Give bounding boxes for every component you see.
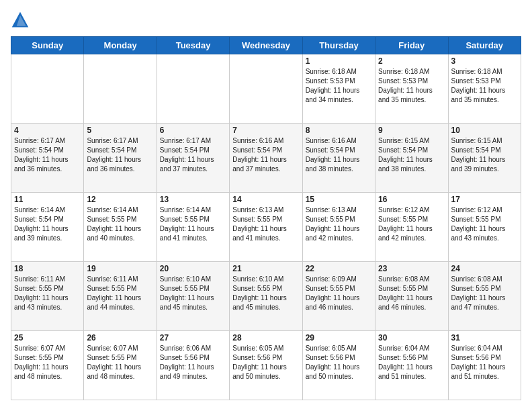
day-info: Sunrise: 6:18 AM Sunset: 5:53 PM Dayligh… bbox=[306, 67, 372, 105]
calendar-day-cell: 6Sunrise: 6:17 AM Sunset: 5:54 PM Daylig… bbox=[157, 124, 229, 193]
calendar-day-header: Sunday bbox=[11, 37, 84, 54]
day-number: 15 bbox=[306, 195, 372, 204]
day-number: 26 bbox=[87, 333, 153, 342]
calendar-day-header: Saturday bbox=[448, 37, 521, 54]
calendar-day-cell: 11Sunrise: 6:14 AM Sunset: 5:54 PM Dayli… bbox=[11, 193, 84, 262]
day-number: 16 bbox=[378, 195, 445, 204]
calendar-day-cell: 24Sunrise: 6:08 AM Sunset: 5:55 PM Dayli… bbox=[448, 262, 521, 331]
calendar-day-cell: 20Sunrise: 6:10 AM Sunset: 5:55 PM Dayli… bbox=[157, 262, 229, 331]
day-number: 7 bbox=[232, 126, 299, 135]
calendar-day-cell: 25Sunrise: 6:07 AM Sunset: 5:55 PM Dayli… bbox=[11, 331, 84, 400]
logo-icon bbox=[11, 11, 30, 30]
calendar-day-header: Wednesday bbox=[230, 37, 302, 54]
calendar-day-cell: 30Sunrise: 6:04 AM Sunset: 5:56 PM Dayli… bbox=[375, 331, 448, 400]
day-info: Sunrise: 6:05 AM Sunset: 5:56 PM Dayligh… bbox=[232, 344, 299, 381]
day-number: 19 bbox=[87, 264, 153, 273]
calendar-day-header: Thursday bbox=[302, 37, 375, 54]
calendar-header-row: SundayMondayTuesdayWednesdayThursdayFrid… bbox=[11, 37, 521, 54]
day-info: Sunrise: 6:08 AM Sunset: 5:55 PM Dayligh… bbox=[378, 275, 445, 312]
day-info: Sunrise: 6:14 AM Sunset: 5:54 PM Dayligh… bbox=[14, 205, 81, 243]
day-info: Sunrise: 6:12 AM Sunset: 5:55 PM Dayligh… bbox=[451, 205, 518, 243]
day-number: 13 bbox=[160, 195, 226, 204]
calendar-day-cell: 4Sunrise: 6:17 AM Sunset: 5:54 PM Daylig… bbox=[11, 124, 84, 193]
calendar-day-cell bbox=[11, 54, 84, 124]
day-info: Sunrise: 6:14 AM Sunset: 5:55 PM Dayligh… bbox=[87, 205, 153, 243]
day-info: Sunrise: 6:13 AM Sunset: 5:55 PM Dayligh… bbox=[306, 205, 372, 243]
calendar-week-row: 11Sunrise: 6:14 AM Sunset: 5:54 PM Dayli… bbox=[11, 193, 521, 262]
day-number: 20 bbox=[160, 264, 226, 273]
calendar-week-row: 18Sunrise: 6:11 AM Sunset: 5:55 PM Dayli… bbox=[11, 262, 521, 331]
calendar-day-cell: 22Sunrise: 6:09 AM Sunset: 5:55 PM Dayli… bbox=[302, 262, 375, 331]
day-info: Sunrise: 6:12 AM Sunset: 5:55 PM Dayligh… bbox=[378, 205, 445, 243]
day-info: Sunrise: 6:17 AM Sunset: 5:54 PM Dayligh… bbox=[160, 136, 226, 174]
day-info: Sunrise: 6:08 AM Sunset: 5:55 PM Dayligh… bbox=[451, 275, 518, 312]
day-info: Sunrise: 6:17 AM Sunset: 5:54 PM Dayligh… bbox=[87, 136, 153, 174]
day-info: Sunrise: 6:16 AM Sunset: 5:54 PM Dayligh… bbox=[232, 136, 299, 174]
calendar-day-cell: 10Sunrise: 6:15 AM Sunset: 5:54 PM Dayli… bbox=[448, 124, 521, 193]
day-info: Sunrise: 6:15 AM Sunset: 5:54 PM Dayligh… bbox=[451, 136, 518, 174]
calendar-day-header: Monday bbox=[84, 37, 157, 54]
day-number: 24 bbox=[451, 264, 518, 273]
calendar-day-cell: 15Sunrise: 6:13 AM Sunset: 5:55 PM Dayli… bbox=[302, 193, 375, 262]
day-info: Sunrise: 6:06 AM Sunset: 5:56 PM Dayligh… bbox=[160, 344, 226, 381]
calendar-day-cell: 19Sunrise: 6:11 AM Sunset: 5:55 PM Dayli… bbox=[84, 262, 157, 331]
day-info: Sunrise: 6:18 AM Sunset: 5:53 PM Dayligh… bbox=[451, 67, 518, 105]
day-number: 11 bbox=[14, 195, 81, 204]
calendar-day-cell: 1Sunrise: 6:18 AM Sunset: 5:53 PM Daylig… bbox=[302, 54, 375, 124]
calendar-day-cell: 23Sunrise: 6:08 AM Sunset: 5:55 PM Dayli… bbox=[375, 262, 448, 331]
day-info: Sunrise: 6:18 AM Sunset: 5:53 PM Dayligh… bbox=[378, 67, 445, 105]
day-number: 10 bbox=[451, 126, 518, 135]
day-info: Sunrise: 6:14 AM Sunset: 5:55 PM Dayligh… bbox=[160, 205, 226, 243]
day-number: 6 bbox=[160, 126, 226, 135]
day-number: 23 bbox=[378, 264, 445, 273]
day-info: Sunrise: 6:07 AM Sunset: 5:55 PM Dayligh… bbox=[14, 344, 81, 381]
logo bbox=[11, 11, 32, 30]
calendar-day-cell: 7Sunrise: 6:16 AM Sunset: 5:54 PM Daylig… bbox=[230, 124, 302, 193]
day-number: 8 bbox=[306, 126, 372, 135]
calendar-day-cell: 9Sunrise: 6:15 AM Sunset: 5:54 PM Daylig… bbox=[375, 124, 448, 193]
day-info: Sunrise: 6:07 AM Sunset: 5:55 PM Dayligh… bbox=[87, 344, 153, 381]
day-number: 28 bbox=[232, 333, 299, 342]
day-number: 25 bbox=[14, 333, 81, 342]
calendar-day-cell: 26Sunrise: 6:07 AM Sunset: 5:55 PM Dayli… bbox=[84, 331, 157, 400]
day-info: Sunrise: 6:05 AM Sunset: 5:56 PM Dayligh… bbox=[306, 344, 372, 381]
calendar-day-cell bbox=[230, 54, 302, 124]
day-number: 5 bbox=[87, 126, 153, 135]
day-number: 27 bbox=[160, 333, 226, 342]
calendar-day-header: Friday bbox=[375, 37, 448, 54]
day-number: 31 bbox=[451, 333, 518, 342]
calendar-day-cell: 2Sunrise: 6:18 AM Sunset: 5:53 PM Daylig… bbox=[375, 54, 448, 124]
day-number: 9 bbox=[378, 126, 445, 135]
calendar-day-cell: 17Sunrise: 6:12 AM Sunset: 5:55 PM Dayli… bbox=[448, 193, 521, 262]
day-number: 4 bbox=[14, 126, 81, 135]
day-number: 29 bbox=[306, 333, 372, 342]
calendar-day-cell: 21Sunrise: 6:10 AM Sunset: 5:55 PM Dayli… bbox=[230, 262, 302, 331]
calendar-day-cell: 5Sunrise: 6:17 AM Sunset: 5:54 PM Daylig… bbox=[84, 124, 157, 193]
calendar-week-row: 1Sunrise: 6:18 AM Sunset: 5:53 PM Daylig… bbox=[11, 54, 521, 124]
day-info: Sunrise: 6:04 AM Sunset: 5:56 PM Dayligh… bbox=[378, 344, 445, 381]
day-number: 17 bbox=[451, 195, 518, 204]
calendar-day-cell: 3Sunrise: 6:18 AM Sunset: 5:53 PM Daylig… bbox=[448, 54, 521, 124]
calendar-day-cell: 18Sunrise: 6:11 AM Sunset: 5:55 PM Dayli… bbox=[11, 262, 84, 331]
day-number: 12 bbox=[87, 195, 153, 204]
page: SundayMondayTuesdayWednesdayThursdayFrid… bbox=[0, 0, 532, 411]
day-info: Sunrise: 6:13 AM Sunset: 5:55 PM Dayligh… bbox=[232, 205, 299, 243]
day-info: Sunrise: 6:10 AM Sunset: 5:55 PM Dayligh… bbox=[160, 275, 226, 312]
day-number: 22 bbox=[306, 264, 372, 273]
day-number: 1 bbox=[306, 56, 372, 66]
calendar-day-cell: 27Sunrise: 6:06 AM Sunset: 5:56 PM Dayli… bbox=[157, 331, 229, 400]
calendar-day-cell bbox=[84, 54, 157, 124]
day-number: 3 bbox=[451, 56, 518, 66]
calendar-day-cell: 28Sunrise: 6:05 AM Sunset: 5:56 PM Dayli… bbox=[230, 331, 302, 400]
day-number: 14 bbox=[232, 195, 299, 204]
calendar-day-cell: 16Sunrise: 6:12 AM Sunset: 5:55 PM Dayli… bbox=[375, 193, 448, 262]
header bbox=[11, 11, 521, 30]
calendar-day-cell bbox=[157, 54, 229, 124]
day-number: 21 bbox=[232, 264, 299, 273]
day-info: Sunrise: 6:11 AM Sunset: 5:55 PM Dayligh… bbox=[87, 275, 153, 312]
calendar-day-cell: 12Sunrise: 6:14 AM Sunset: 5:55 PM Dayli… bbox=[84, 193, 157, 262]
calendar-day-cell: 14Sunrise: 6:13 AM Sunset: 5:55 PM Dayli… bbox=[230, 193, 302, 262]
day-info: Sunrise: 6:10 AM Sunset: 5:55 PM Dayligh… bbox=[232, 275, 299, 312]
calendar-day-cell: 29Sunrise: 6:05 AM Sunset: 5:56 PM Dayli… bbox=[302, 331, 375, 400]
day-number: 2 bbox=[378, 56, 445, 66]
